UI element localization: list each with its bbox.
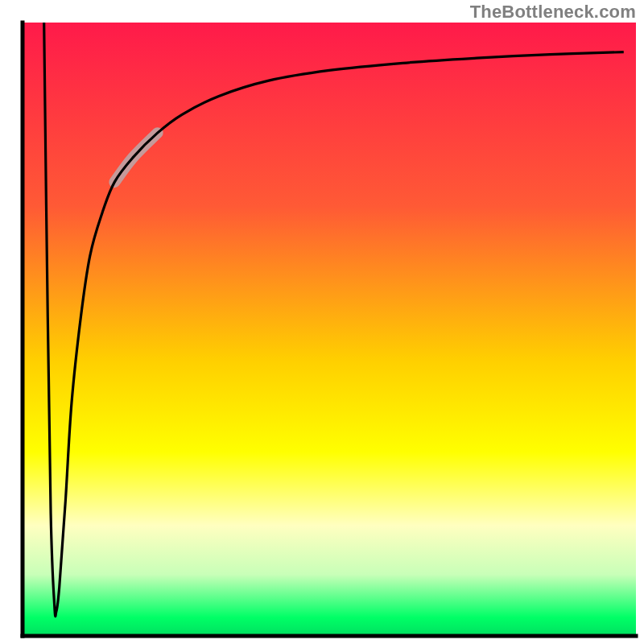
bottleneck-chart [0, 0, 644, 644]
attribution-text: TheBottleneck.com [470, 2, 636, 23]
gradient-background [23, 23, 636, 636]
